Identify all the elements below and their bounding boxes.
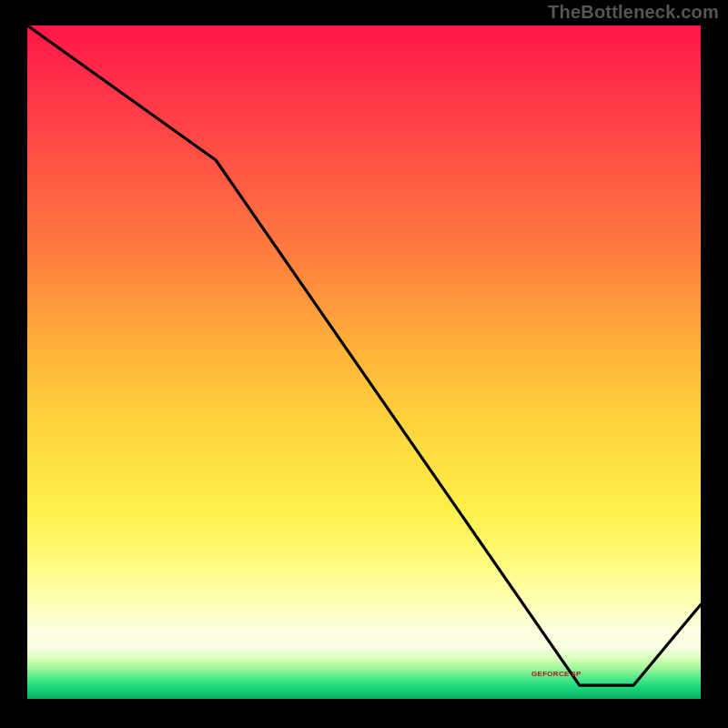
plot-area: GEFORCE 6P	[27, 25, 701, 699]
series-annotation: GEFORCE 6P	[531, 670, 581, 678]
data-line	[27, 25, 701, 685]
watermark-text: TheBottleneck.com	[548, 2, 719, 23]
chart-stage: TheBottleneck.com GEFORCE 6P	[0, 0, 728, 728]
line-chart-svg	[27, 25, 701, 699]
